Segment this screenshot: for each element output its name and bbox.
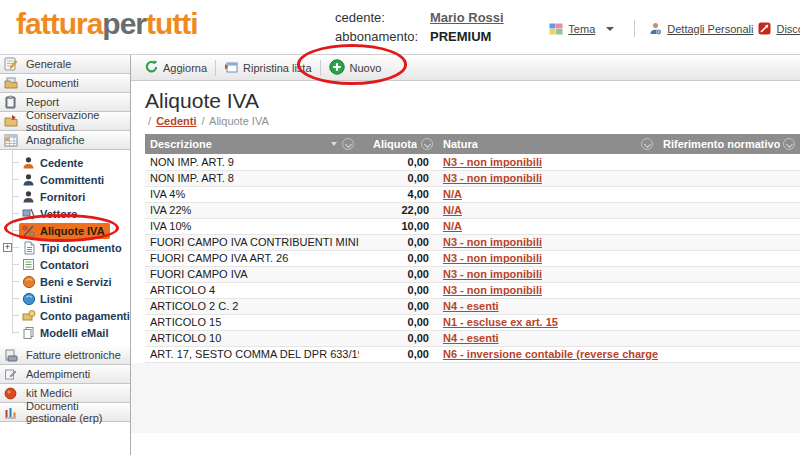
sidebar-item-vettore[interactable]: Vettore [0,205,130,222]
table-row[interactable]: IVA 4% 4,00 N/A [145,186,800,202]
dettagli-personali-link[interactable]: Dettagli Personali [667,23,753,35]
app-logo[interactable]: fatturapertutti [16,7,198,41]
add-plus-icon [329,59,345,77]
table-row[interactable]: ARTICOLO 2 C. 2 0,00 N4 - esenti [145,298,800,314]
ripristina-lista-button[interactable]: Ripristina lista [216,55,319,80]
cedente-value-link[interactable]: Mario Rossi [430,8,504,27]
theme-palette-icon [549,23,563,35]
goods-services-icon [21,275,36,289]
aliquote-table-body: NON IMP. ART. 9 0,00 N3 - non imponibili… [145,154,800,362]
natura-link[interactable]: N3 - non imponibili [443,284,542,296]
natura-link[interactable]: N6 - inversione contabile (reverse charg… [443,348,658,360]
cell-descrizione: FUORI CAMPO IVA CONTRIBUENTI MINIMI [145,234,359,250]
aggiorna-label: Aggiorna [163,62,207,74]
cell-descrizione: ARTICOLO 15 [145,314,359,330]
table-row[interactable]: ARTICOLO 15 0,00 N1 - escluse ex art. 15 [145,314,800,330]
cell-descrizione: FUORI CAMPO IVA [145,266,359,282]
sidebar-item-cedente[interactable]: Cedente [0,154,130,171]
table-row[interactable]: FUORI CAMPO IVA ART. 26 0,00 N3 - non im… [145,250,800,266]
natura-link[interactable]: N3 - non imponibili [443,156,542,168]
filter-chevron-icon[interactable] [342,138,354,150]
natura-link[interactable]: N3 - non imponibili [443,268,542,280]
sidebar-section-fatture-elettroniche[interactable]: Fatture elettroniche [0,346,130,365]
sidebar-item-label: Aliquote IVA [40,225,105,237]
tema-link[interactable]: Tema [568,23,595,35]
electronic-invoice-icon [3,348,18,362]
aggiorna-button[interactable]: Aggiorna [137,55,215,80]
table-row[interactable]: NON IMP. ART. 9 0,00 N3 - non imponibili [145,154,800,170]
column-label: Aliquota [373,138,417,150]
natura-link[interactable]: N4 - esenti [443,300,499,312]
cell-riferimento [658,186,800,202]
aliquote-table: Descrizione Aliquota Natura Riferimento … [145,134,800,363]
natura-link[interactable]: N3 - non imponibili [443,172,542,184]
natura-link[interactable]: N3 - non imponibili [443,236,542,248]
sidebar-item-conto-pagamenti[interactable]: Conto pagamenti [0,307,130,324]
disconnect-icon [758,22,771,35]
cell-descrizione: ARTICOLO 10 [145,330,359,346]
tema-dropdown-caret-icon[interactable] [606,27,614,31]
folder-documents-icon [3,76,18,90]
sidebar-section-documenti-gestionale[interactable]: Documenti gestionale (erp) [0,403,130,422]
cell-descrizione: NON IMP. ART. 8 [145,170,359,186]
percent-icon [21,224,36,238]
sidebar-item-beni-servizi[interactable]: Beni e Servizi [0,273,130,290]
sidebar-item-aliquote-iva[interactable]: Aliquote IVA [0,222,130,239]
table-row[interactable]: IVA 22% 22,00 N/A [145,202,800,218]
filter-chevron-icon[interactable] [421,138,433,150]
column-header-riferimento[interactable]: Riferimento normativo [658,134,800,154]
cell-riferimento [658,282,800,298]
natura-link[interactable]: N/A [443,188,462,200]
natura-link[interactable]: N4 - esenti [443,332,499,344]
table-row[interactable]: ART. 17, SESTO COMMA DEL DPR 633/1972 0,… [145,346,800,362]
cell-aliquota: 0,00 [359,170,438,186]
column-header-natura[interactable]: Natura [438,134,658,154]
person-dark-icon [21,173,36,187]
sort-arrow-icon[interactable] [331,142,337,146]
cell-riferimento [658,298,800,314]
filter-chevron-icon[interactable] [783,138,795,150]
content: Aliquote IVA / Cedenti / Aliquote IVA De… [131,81,800,433]
sidebar-item-committenti[interactable]: Committenti [0,171,130,188]
expand-plus-icon[interactable]: + [3,243,12,252]
column-header-aliquota[interactable]: Aliquota [359,134,438,154]
cell-descrizione: IVA 10% [145,218,359,234]
sidebar-section-label: Generale [26,58,71,70]
nuovo-button[interactable]: Nuovo [321,55,390,80]
table-row[interactable]: NON IMP. ART. 8 0,00 N3 - non imponibili [145,170,800,186]
sidebar-item-listini[interactable]: Listini [0,290,130,307]
sidebar-item-fornitori[interactable]: Fornitori [0,188,130,205]
sidebar-section-documenti[interactable]: Documenti [0,74,130,93]
sidebar-item-modelli-email[interactable]: Modelli eMail [0,324,130,341]
table-row[interactable]: ARTICOLO 10 0,00 N4 - esenti [145,330,800,346]
natura-link[interactable]: N/A [443,220,462,232]
breadcrumb-link-cedenti[interactable]: Cedenti [156,115,196,127]
sidebar-section-conservazione[interactable]: Conservazione sostitutiva [0,112,130,131]
cell-descrizione: ARTICOLO 2 C. 2 [145,298,359,314]
table-row[interactable]: ARTICOLO 4 0,00 N3 - non imponibili [145,282,800,298]
sidebar-section-generale[interactable]: Generale [0,55,130,74]
table-row[interactable]: FUORI CAMPO IVA CONTRIBUENTI MINIMI 0,00… [145,234,800,250]
cell-natura: N3 - non imponibili [438,266,658,282]
toolbar: Aggiorna Ripristina lista Nuovo [131,55,800,81]
cedente-label: cedente: [335,8,430,27]
sidebar-section-label: kit Medici [26,387,72,399]
table-row[interactable]: IVA 10% 10,00 N/A [145,218,800,234]
natura-link[interactable]: N/A [443,204,462,216]
cell-natura: N6 - inversione contabile (reverse charg… [438,346,658,362]
filter-chevron-icon[interactable] [641,138,653,150]
sidebar: Generale Documenti Report Conservazione … [0,55,131,455]
sidebar-item-tipi-documento[interactable]: + Tipi documento [0,239,130,256]
stamp-icon [3,367,18,381]
natura-link[interactable]: N3 - non imponibili [443,252,542,264]
disconnetti-link[interactable]: Disco [776,23,800,35]
sidebar-item-contatori[interactable]: Contatori [0,256,130,273]
table-row[interactable]: FUORI CAMPO IVA 0,00 N3 - non imponibili [145,266,800,282]
column-header-descrizione[interactable]: Descrizione [145,134,359,154]
sidebar-section-anagrafiche[interactable]: Anagrafiche [0,131,130,150]
sidebar-item-label: Fornitori [40,191,85,203]
natura-link[interactable]: N1 - escluse ex art. 15 [443,316,558,328]
sidebar-item-label: Conto pagamenti [40,310,130,322]
sidebar-section-adempimenti[interactable]: Adempimenti [0,365,130,384]
sidebar-section-label: Fatture elettroniche [26,349,121,361]
